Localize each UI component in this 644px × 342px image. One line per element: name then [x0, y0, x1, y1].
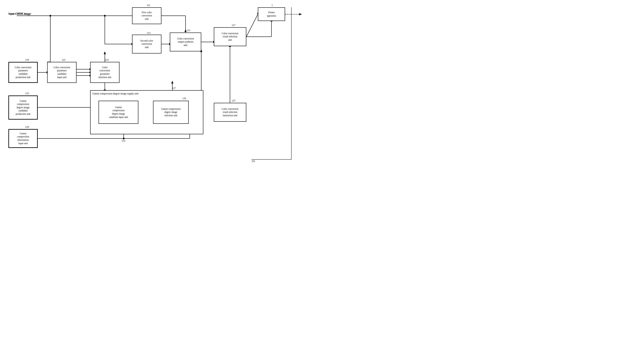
box-second-color-conversion: Second colorconversionunit [132, 35, 162, 54]
svg-point-36 [123, 138, 124, 139]
ref-125: 125 [25, 92, 29, 95]
diagram: Input CMYK image First colorconversionun… [0, 0, 322, 171]
box-printer: Printerapparatus [258, 7, 285, 21]
ref-113: 113 [147, 32, 150, 35]
ref-127: 127 [172, 87, 176, 90]
ref-137: 137 [232, 99, 236, 102]
box-first-color-conversion: First colorconversionunit [132, 7, 162, 24]
box-param-selection: Colorconversionparameterselection unit [90, 62, 120, 83]
ref-115: 115 [186, 29, 190, 32]
box-gamut-selection: Gamut compressiondegree imageselection u… [153, 101, 189, 124]
ref-117: 117 [232, 24, 236, 27]
box-gamut-degree-candidate: Gamutcompressiondegree imagecandidatepro… [8, 96, 38, 120]
label-133: 133 [122, 140, 125, 142]
box-gamut-candidate-input: Gamutcompressiondegree imagecandetate in… [98, 101, 138, 124]
ref-121: 121 [62, 58, 66, 62]
svg-marker-9 [184, 29, 186, 32]
ref-129: 129 [25, 126, 29, 129]
box-param-candidate-input: Color conversionparametercandidateinput … [47, 62, 76, 83]
svg-point-3 [104, 15, 106, 17]
ref-111: 111 [147, 4, 150, 7]
box-result-selection-instruction: Color conversionresult selectioninstruct… [214, 103, 246, 122]
input-cmyk-label: Input CMYK image [8, 12, 31, 16]
svg-marker-30 [104, 51, 106, 54]
svg-marker-20 [299, 13, 302, 15]
box-output-synthesis: Color conversionoutput synthesisunit [170, 33, 201, 51]
ref-123: 123 [105, 58, 108, 62]
box-gamut-info-input: Gamutcompressioninformationinput unit [8, 129, 38, 148]
arrows-svg [0, 0, 322, 171]
ref-1: 1 [272, 4, 273, 7]
box-param-candidate-production: Color conversionparametercandidateproduc… [8, 62, 38, 83]
ref-135: 135 [182, 97, 186, 100]
svg-marker-48 [171, 81, 173, 84]
ref-119: 119 [25, 58, 29, 62]
svg-point-56 [50, 15, 51, 17]
label-101: 101 [252, 160, 255, 162]
box-result-selection: Color conversionresult selectionunit [214, 27, 246, 46]
svg-line-14 [246, 14, 258, 37]
